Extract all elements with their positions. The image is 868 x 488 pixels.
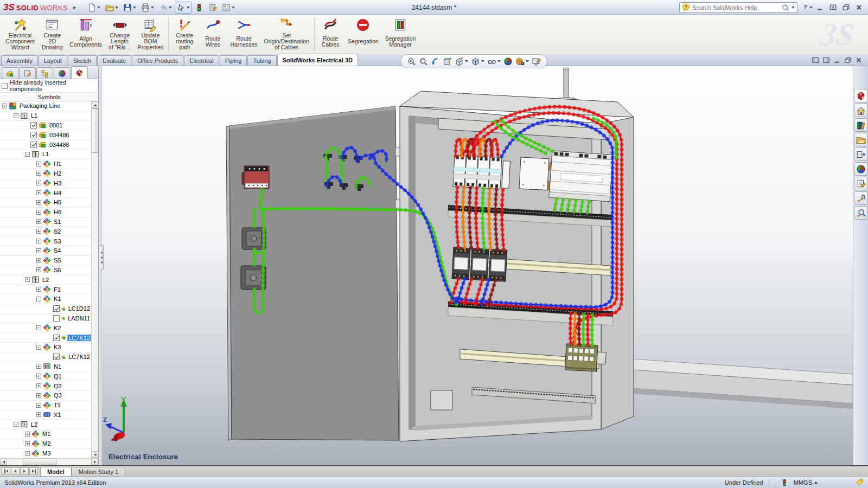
doc-pane-left-button[interactable]: [812, 56, 819, 64]
zoom-to-fit-button[interactable]: [406, 56, 417, 67]
menu-expand-arrow[interactable]: ▸: [72, 3, 78, 12]
conveyor-beam[interactable]: [633, 359, 853, 409]
tree-row[interactable]: 034486: [0, 130, 91, 140]
tree-expander-icon[interactable]: +: [25, 441, 30, 446]
print-caret-icon[interactable]: [151, 7, 154, 9]
hide-show-items-caret-icon[interactable]: [497, 60, 501, 62]
tree-expander-icon[interactable]: -: [36, 297, 41, 301]
scroll-right-button[interactable]: [91, 459, 98, 465]
tree-row[interactable]: +H3: [0, 178, 91, 188]
next-tab-button[interactable]: [20, 467, 29, 475]
view-settings-caret-icon[interactable]: [526, 60, 529, 62]
tree-expander-icon[interactable]: +: [2, 104, 7, 108]
view-orientation-button[interactable]: [454, 56, 469, 67]
vertical-scroll-thumb[interactable]: [92, 108, 98, 153]
door-relay[interactable]: [242, 166, 269, 189]
graphics-viewport[interactable]: Z Electrical Enclosure: [102, 66, 853, 465]
tab-solidworks-electrical[interactable]: [71, 66, 88, 79]
tree-row[interactable]: -M3: [0, 449, 91, 458]
tree-checkbox[interactable]: [53, 335, 60, 341]
select-cursor-caret-icon[interactable]: [187, 7, 190, 9]
previous-view-button[interactable]: [430, 56, 441, 67]
tree-checkbox[interactable]: [53, 305, 60, 312]
select-cursor-button[interactable]: [175, 2, 192, 14]
doc-tab-motion-study-1[interactable]: Motion Study 1: [72, 467, 125, 476]
tree-horizontal-scrollbar[interactable]: [0, 458, 98, 465]
tree-vertical-scrollbar[interactable]: [91, 101, 98, 458]
plc-module[interactable]: [549, 151, 613, 202]
section-view-button[interactable]: [442, 56, 452, 67]
tree-expander-icon[interactable]: -: [36, 325, 41, 330]
doc-close-document-button[interactable]: [855, 56, 863, 64]
tree-row[interactable]: 0001: [0, 121, 91, 131]
3d-scene[interactable]: Z: [102, 66, 853, 465]
rebuild-traffic-light-button[interactable]: [193, 2, 206, 14]
tree-row[interactable]: +S1: [0, 217, 91, 227]
tree-row[interactable]: +F1: [0, 285, 91, 294]
custom-properties-button[interactable]: [854, 177, 867, 190]
tree-expander-icon[interactable]: +: [36, 412, 41, 417]
segregation-manager-button[interactable]: SegregationManager: [382, 16, 419, 53]
tree-row[interactable]: +S2: [0, 227, 91, 236]
doc-pane-right-button[interactable]: [822, 56, 830, 64]
tab-solidworks-electrical-3d[interactable]: SolidWorks Electrical 3D: [277, 54, 358, 66]
tree-row[interactable]: +H1: [0, 159, 91, 169]
zoom-to-area-button[interactable]: [418, 56, 429, 67]
save-button[interactable]: [121, 2, 138, 14]
tab-symbols[interactable]: [2, 67, 18, 79]
tree-row[interactable]: -L1: [0, 150, 91, 159]
tree-row[interactable]: +H4: [0, 188, 91, 198]
tree-row[interactable]: LC7K12: [0, 352, 91, 362]
tree-row[interactable]: +S4: [0, 246, 91, 256]
search-icon[interactable]: [782, 4, 789, 11]
tab-properties[interactable]: [19, 67, 36, 79]
tree-row[interactable]: 034486: [0, 140, 91, 150]
last-tab-button[interactable]: [29, 467, 38, 475]
tree-row[interactable]: LC1D12: [0, 304, 91, 314]
tree-checkbox[interactable]: [30, 142, 37, 148]
help-search-box[interactable]: [679, 2, 797, 13]
tree-expander-icon[interactable]: +: [36, 190, 41, 195]
tab-assembly[interactable]: Assembly: [1, 55, 38, 66]
tree-expander-icon[interactable]: +: [36, 393, 41, 398]
tree-expander-icon[interactable]: +: [36, 171, 41, 176]
tree-expander-icon[interactable]: +: [36, 374, 41, 378]
tree-row[interactable]: +S6: [0, 266, 91, 275]
tree-row[interactable]: -K1: [0, 294, 91, 304]
tab-display-manager[interactable]: [54, 67, 71, 79]
doc-minimize-document-button[interactable]: [833, 56, 841, 64]
tab-sketch[interactable]: Sketch: [68, 55, 97, 66]
new-document-button[interactable]: [85, 2, 103, 14]
options-caret-icon[interactable]: [232, 7, 235, 9]
display-style-caret-icon[interactable]: [481, 60, 484, 62]
tree-expander-icon[interactable]: +: [36, 181, 41, 185]
tree-row[interactable]: +S5: [0, 256, 91, 266]
route-cables-button[interactable]: RouteCables: [316, 16, 344, 53]
tree-expander-icon[interactable]: +: [36, 229, 41, 234]
tree-expander-icon[interactable]: +: [36, 403, 41, 408]
tree-expander-icon[interactable]: +: [36, 162, 41, 166]
options-button[interactable]: [220, 2, 237, 14]
tree-row[interactable]: +Q3: [0, 391, 91, 401]
view-orientation-caret-icon[interactable]: [465, 60, 468, 62]
tree-row[interactable]: +H5: [0, 198, 91, 208]
tree-expander-icon[interactable]: +: [36, 258, 41, 263]
appearances-scenes-button[interactable]: [854, 162, 867, 176]
tree-expander-icon[interactable]: -: [25, 277, 30, 282]
tree-expander-icon[interactable]: +: [36, 267, 41, 272]
tree-expander-icon[interactable]: +: [36, 364, 41, 369]
hide-inserted-checkbox[interactable]: [2, 83, 8, 89]
design-library-button[interactable]: [854, 118, 867, 132]
hide-show-items-button[interactable]: [487, 56, 501, 67]
set-origin-destination-of-cables-button[interactable]: SetOrigin/Destinationof Cables: [261, 16, 312, 53]
edit-appearance-button[interactable]: [531, 56, 541, 67]
units-selector[interactable]: MMGS: [794, 479, 818, 486]
create-routing-path-button[interactable]: Createroutingpath: [170, 16, 199, 53]
align-components-button[interactable]: AlignComponents: [66, 16, 105, 53]
tree-row[interactable]: +H6: [0, 208, 91, 217]
first-tab-button[interactable]: [2, 467, 10, 475]
tree-row[interactable]: LC7K12: [0, 333, 91, 343]
tree-expander-icon[interactable]: -: [25, 451, 30, 456]
route-wires-button[interactable]: RouteWires: [199, 16, 227, 53]
open-button[interactable]: [103, 2, 120, 14]
